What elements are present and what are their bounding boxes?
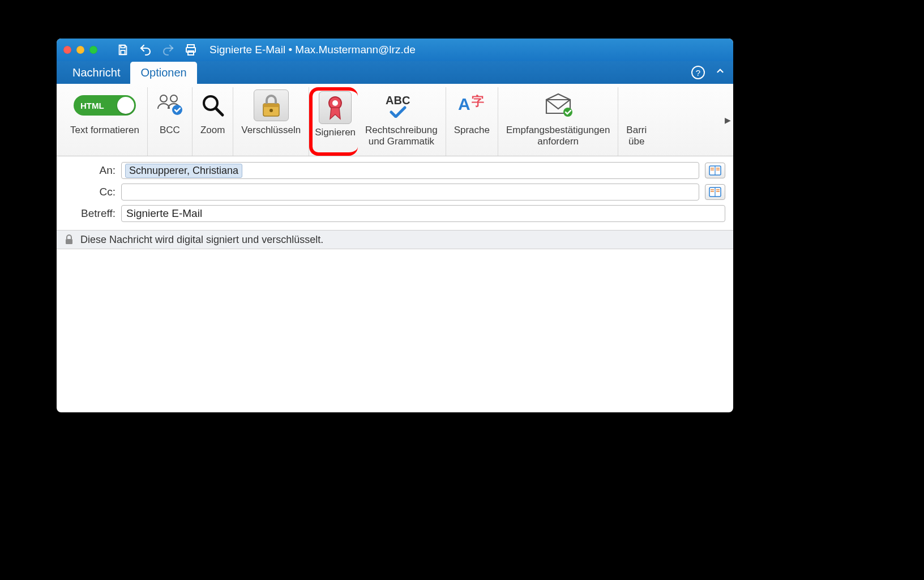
svg-point-5 [160, 95, 167, 102]
svg-rect-11 [263, 104, 279, 107]
html-toggle-label: HTML [80, 101, 104, 110]
address-book-icon [709, 187, 721, 197]
to-address-book-button[interactable] [705, 163, 725, 178]
language-label: Sprache [454, 125, 490, 136]
address-book-icon [709, 165, 721, 176]
ribbon-options: HTML Text formatieren BCC [57, 84, 733, 156]
group-bcc[interactable]: BCC [148, 87, 192, 156]
receipts-label: Empfangsbestätigungen anfordern [506, 125, 610, 148]
lock-small-icon [65, 234, 74, 245]
titlebar: Signierte E-Mail • Max.Mustermann@lrz.de [57, 39, 733, 61]
text-format-label: Text formatieren [70, 125, 139, 136]
print-icon[interactable] [183, 42, 198, 57]
header-fields: An: Schnupperer, Christiana Cc: [57, 156, 733, 230]
svg-rect-0 [121, 45, 125, 48]
encrypt-label: Verschlüsseln [241, 125, 301, 136]
group-sign[interactable]: Signieren [309, 87, 358, 156]
zoom-icon [201, 93, 225, 117]
redo-icon[interactable] [161, 42, 176, 57]
cc-row: Cc: [65, 184, 725, 201]
compose-window: Signierte E-Mail • Max.Mustermann@lrz.de… [57, 39, 733, 412]
message-body[interactable] [57, 249, 733, 408]
receipt-icon [543, 93, 574, 118]
accessibility-label: Barri übe [626, 125, 647, 148]
language-icon: A 字 [457, 93, 486, 118]
svg-text:A: A [458, 95, 470, 113]
svg-text:ABC: ABC [386, 94, 410, 106]
tab-message[interactable]: Nachricht [62, 62, 130, 84]
group-encrypt[interactable]: Verschlüsseln [233, 87, 309, 156]
svg-point-14 [332, 100, 338, 106]
svg-point-18 [563, 108, 572, 117]
cc-address-book-button[interactable] [705, 184, 725, 200]
group-receipts[interactable]: Empfangsbestätigungen anfordern [498, 87, 618, 156]
svg-rect-31 [66, 239, 72, 244]
group-spelling[interactable]: ABC Rechtschreibung und Grammatik [357, 87, 446, 156]
spelling-label: Rechtschreibung und Grammatik [365, 125, 438, 148]
toggle-knob [117, 97, 134, 114]
help-button[interactable]: ? [691, 66, 705, 79]
window-title: Signierte E-Mail • Max.Mustermann@lrz.de [209, 44, 416, 56]
to-input[interactable]: Schnupperer, Christiana [121, 162, 699, 179]
undo-icon[interactable] [138, 42, 153, 57]
to-label: An: [65, 164, 116, 177]
to-row: An: Schnupperer, Christiana [65, 162, 725, 179]
spellcheck-icon: ABC [384, 93, 418, 118]
security-banner-text: Diese Nachricht wird digital signiert un… [80, 234, 323, 246]
svg-point-12 [270, 109, 273, 112]
tab-options[interactable]: Optionen [130, 62, 196, 84]
sign-label: Signieren [315, 127, 356, 138]
encrypt-button[interactable] [254, 89, 289, 121]
svg-point-6 [170, 95, 177, 102]
cc-label: Cc: [65, 186, 116, 198]
collapse-ribbon-button[interactable] [715, 66, 725, 79]
cc-input[interactable] [121, 184, 699, 201]
svg-rect-1 [121, 50, 125, 54]
svg-text:字: 字 [472, 94, 484, 108]
save-icon[interactable] [116, 42, 130, 57]
group-language[interactable]: A 字 Sprache [446, 87, 498, 156]
close-window-button[interactable] [63, 46, 71, 54]
maximize-window-button[interactable] [89, 46, 97, 54]
ribbon-tabs: Nachricht Optionen ? [57, 61, 733, 84]
svg-line-9 [216, 109, 223, 115]
security-banner: Diese Nachricht wird digital signiert un… [57, 230, 733, 249]
ribbon-overflow-arrow[interactable]: ▶ [725, 116, 731, 125]
window-controls [63, 46, 97, 54]
minimize-window-button[interactable] [76, 46, 84, 54]
group-text-format: HTML Text formatieren [62, 87, 148, 156]
zoom-label: Zoom [200, 125, 225, 136]
group-zoom[interactable]: Zoom [192, 87, 233, 156]
bcc-icon [156, 93, 184, 118]
recipient-chip[interactable]: Schnupperer, Christiana [125, 164, 242, 178]
svg-point-7 [172, 105, 182, 115]
bcc-label: BCC [160, 125, 180, 136]
ribbon-seal-icon [325, 95, 345, 120]
sign-button[interactable] [319, 91, 352, 124]
group-accessibility[interactable]: Barri übe [618, 87, 654, 156]
html-toggle[interactable]: HTML [74, 95, 136, 116]
lock-icon [260, 93, 283, 117]
subject-row: Betreff: [65, 205, 725, 222]
subject-input[interactable] [121, 205, 725, 222]
subject-label: Betreff: [65, 207, 116, 220]
